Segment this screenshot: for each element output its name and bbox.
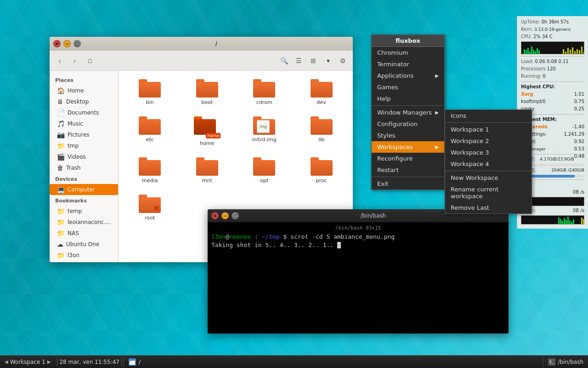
submenu-new-workspace[interactable]: New Workspace [445,172,531,184]
sidebar-item-pictures[interactable]: 📷 Pictures [50,129,118,140]
window-managers-label: Window Managers [377,109,432,116]
submenu-icons[interactable]: Icons [445,110,531,121]
taskbar-item-fm[interactable]: / [124,356,145,368]
folder-icon-media [139,157,161,176]
running-value: 0 [543,74,546,79]
sidebar-nas-label: NAS [68,230,79,236]
submenu-workspace-2[interactable]: Workspace 2 [445,135,531,147]
grid-view-button[interactable]: ⊞ [307,54,320,67]
menu-item-configuration[interactable]: Configuration [372,118,444,130]
mem6-val: 0.48 [574,153,584,160]
taskbar-terminal-label: /bin/bash [558,359,583,365]
workspace-2-label: Workspace 2 [451,138,489,144]
sort-button[interactable]: ▾ [322,54,334,67]
back-button[interactable]: ‹ [53,54,66,67]
sidebar-item-documents[interactable]: 📄 Documents [50,107,118,118]
file-item-initrd[interactable]: img initrd.img [237,113,291,150]
search-button[interactable]: 🔍 [277,54,290,67]
new-workspace-label: New Workspace [451,174,498,181]
submenu-rename-workspace[interactable]: Rename current workspace [445,184,531,202]
window-close-button[interactable]: ✕ [53,40,61,47]
workmanager-val: 0.53 [574,146,584,152]
menu-item-games[interactable]: Games [372,81,444,93]
menu-item-styles[interactable]: Styles [372,130,444,141]
window-minimize-button[interactable]: − [63,40,71,47]
list-view-button[interactable]: ☰ [292,54,305,67]
tmp-icon: 📁 [57,142,65,150]
sidebar-item-l3on[interactable]: 📁 l3on [50,250,118,261]
trash-icon: 🗑 [57,164,63,172]
processors-value: 120 [547,66,556,71]
styles-label: Styles [377,132,395,139]
submenu-workspace-4[interactable]: Workspace 4 [445,158,531,170]
terminal-maximize-button[interactable]: □ [232,212,239,219]
submenu-remove-last[interactable]: Remove Last [445,202,531,213]
file-item-boot[interactable]: boot [181,75,234,109]
workspace-4-label: Workspace 4 [451,161,489,167]
menu-item-terminator[interactable]: Terminator [372,58,444,70]
terminal-cmd: $ scrot -cd 5 ambiance_menu.png [280,233,395,240]
sidebar-item-music[interactable]: 🎵 Music [50,118,118,129]
sysmon-uptime-row: UpTime: 0h 36m 57s [521,19,584,25]
home-icon: 🏠 [57,87,65,94]
menu-item-restart[interactable]: Restart [372,164,444,176]
terminal-minimize-button[interactable]: − [221,212,229,219]
sidebar-item-ubuntuone[interactable]: ☁ Ubuntu One [50,239,118,250]
configuration-label: Configuration [377,121,418,127]
menu-item-reconfigure[interactable]: Reconfigure [372,153,444,164]
menu-item-help[interactable]: Help [372,93,444,104]
forward-button[interactable]: › [68,54,81,67]
menu-item-applications[interactable]: Applications ▶ [372,70,444,81]
menu-item-workspaces[interactable]: Workspaces ▶ [372,141,444,153]
svg-rect-5 [130,361,132,362]
file-item-dev[interactable]: dev [295,75,349,109]
sidebar-item-temp[interactable]: 📁 temp [50,206,118,217]
file-item-etc[interactable]: etc [123,113,177,150]
terminal-content[interactable]: /bin/bash 93x15 l3on@neenee : ~/tmp $ sc… [208,222,509,334]
terminal-close-button[interactable]: ✕ [211,212,219,219]
taskbar-prev-workspace[interactable]: ◀ [5,359,8,364]
sysmon-cpu-row: CPU: 2% 34 C [521,34,584,40]
sidebar-item-videos[interactable]: 🎬 Videos [50,151,118,162]
menu-item-chromium[interactable]: Chromium [372,47,444,58]
sysmon-kern-row: Kern: 3.13.0-19-generic [521,26,584,33]
sidebar-item-tmp[interactable]: 📁 tmp [50,140,118,151]
sidebar-item-trash[interactable]: 🗑 Trash [50,162,118,173]
reconfigure-label: Reconfigure [377,155,413,162]
sidebar-computer-label: Computer [68,186,95,193]
sidebar-item-leoianna[interactable]: 📁 leoiannaconc.... [50,217,118,228]
file-item-home[interactable]: home home [181,113,234,150]
folder-icon-mnt [196,157,218,176]
terminal-host: neenee [229,233,251,240]
sidebar-item-nas[interactable]: 📁 NAS [50,228,118,239]
file-item-lib[interactable]: lib [295,113,349,150]
file-item-opt[interactable]: opt [237,154,291,187]
taskbar-item-terminal[interactable]: $_ /bin/bash [543,356,588,368]
taskbar-next-workspace[interactable]: ▶ [47,359,51,364]
file-item-bin[interactable]: bin [123,75,177,109]
uptime-label: UpTime: [521,19,540,24]
home-folder-button[interactable]: ⌂ [83,54,97,67]
submenu-workspace-3[interactable]: Workspace 3 [445,147,531,158]
file-label-cdrom: cdrom [256,99,272,105]
sidebar-item-computer[interactable]: 💻 Computer [50,184,118,195]
sidebar-item-desktop[interactable]: 🖥 Desktop [50,96,118,107]
iasettings-val: 1.24 [564,131,574,138]
sidebar-desktop-label: Desktop [66,98,89,105]
sidebar-item-home[interactable]: 🏠 Home [50,85,118,96]
highest-cpu-label: Highest CPU: [521,84,555,89]
menu-item-window-managers[interactable]: Window Managers ▶ [372,107,444,118]
down-value: 0B /s [573,207,584,214]
computer-icon: 💻 [57,186,65,193]
submenu-workspace-1[interactable]: Workspace 1 [445,124,531,135]
menu-item-exit[interactable]: Exit [372,178,444,190]
file-item-root[interactable]: × root [123,191,177,224]
file-item-media[interactable]: media [123,154,177,187]
games-label: Games [377,84,398,91]
window-maximize-button[interactable]: □ [74,40,81,47]
file-item-mnt[interactable]: mnt [181,154,234,187]
settings-button[interactable]: ⚙ [336,54,349,67]
file-item-proc[interactable]: proc [295,154,349,187]
file-item-cdrom[interactable]: cdrom [237,75,291,109]
menu-title: fluxbox [372,35,444,47]
